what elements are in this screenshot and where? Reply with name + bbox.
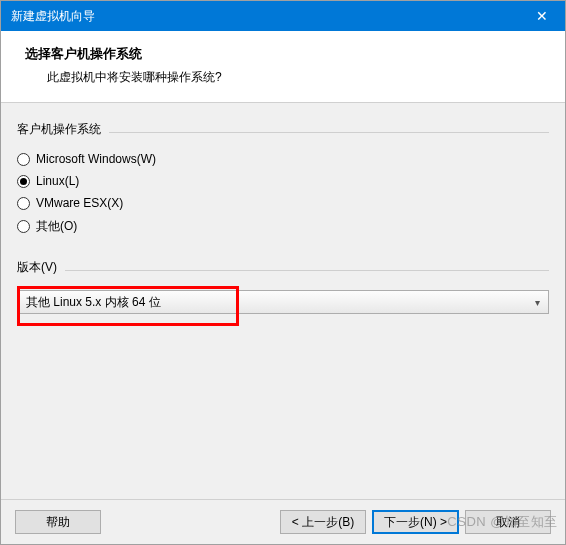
version-group-label: 版本(V) — [17, 259, 57, 276]
radio-label: Microsoft Windows(W) — [36, 152, 156, 166]
header-panel: 选择客户机操作系统 此虚拟机中将安装哪种操作系统? — [1, 31, 565, 103]
button-label: 取消 — [496, 514, 520, 531]
button-label: < 上一步(B) — [292, 514, 354, 531]
footer: 帮助 < 上一步(B) 下一步(N) > 取消 — [1, 499, 565, 544]
annotation-spacer — [26, 295, 230, 317]
os-group-label: 客户机操作系统 — [17, 121, 101, 138]
divider — [65, 270, 549, 271]
os-group-header: 客户机操作系统 — [17, 121, 549, 142]
radio-label: VMware ESX(X) — [36, 196, 123, 210]
version-group-header: 版本(V) — [17, 259, 549, 280]
os-option-other[interactable]: 其他(O) — [17, 214, 549, 239]
page-subtitle: 此虚拟机中将安装哪种操作系统? — [25, 69, 545, 86]
button-label: 下一步(N) > — [384, 514, 447, 531]
radio-label: 其他(O) — [36, 218, 77, 235]
radio-label: Linux(L) — [36, 174, 79, 188]
chevron-down-icon: ▾ — [535, 297, 540, 308]
radio-icon — [17, 153, 30, 166]
titlebar: 新建虚拟机向导 ✕ — [1, 1, 565, 31]
content-area: 客户机操作系统 Microsoft Windows(W) Linux(L) VM… — [1, 103, 565, 499]
close-button[interactable]: ✕ — [519, 1, 565, 31]
help-button[interactable]: 帮助 — [15, 510, 101, 534]
window-title: 新建虚拟机向导 — [11, 8, 519, 25]
radio-icon — [17, 220, 30, 233]
os-option-windows[interactable]: Microsoft Windows(W) — [17, 148, 549, 170]
annotation-highlight — [17, 286, 239, 326]
radio-icon — [17, 175, 30, 188]
button-label: 帮助 — [46, 514, 70, 531]
cancel-button[interactable]: 取消 — [465, 510, 551, 534]
os-option-vmware-esx[interactable]: VMware ESX(X) — [17, 192, 549, 214]
radio-icon — [17, 197, 30, 210]
back-button[interactable]: < 上一步(B) — [280, 510, 366, 534]
version-section: 版本(V) 其他 Linux 5.x 内核 64 位 ▾ — [17, 259, 549, 314]
os-radio-group: Microsoft Windows(W) Linux(L) VMware ESX… — [17, 142, 549, 251]
divider — [109, 132, 549, 133]
close-icon: ✕ — [536, 8, 548, 24]
next-button[interactable]: 下一步(N) > — [372, 510, 459, 534]
wizard-window: 新建虚拟机向导 ✕ 选择客户机操作系统 此虚拟机中将安装哪种操作系统? 客户机操… — [0, 0, 566, 545]
page-title: 选择客户机操作系统 — [25, 45, 545, 63]
os-option-linux[interactable]: Linux(L) — [17, 170, 549, 192]
